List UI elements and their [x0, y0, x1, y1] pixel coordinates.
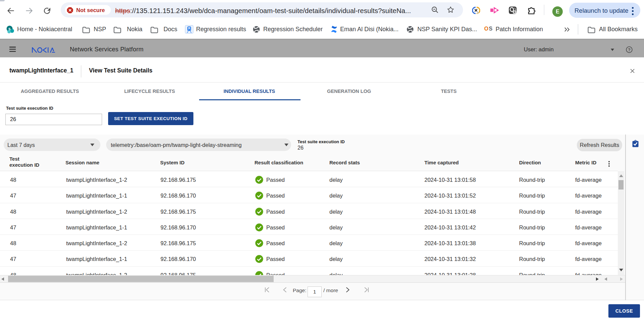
svg-text:s: s [8, 26, 11, 31]
svg-text:?: ? [628, 48, 631, 52]
